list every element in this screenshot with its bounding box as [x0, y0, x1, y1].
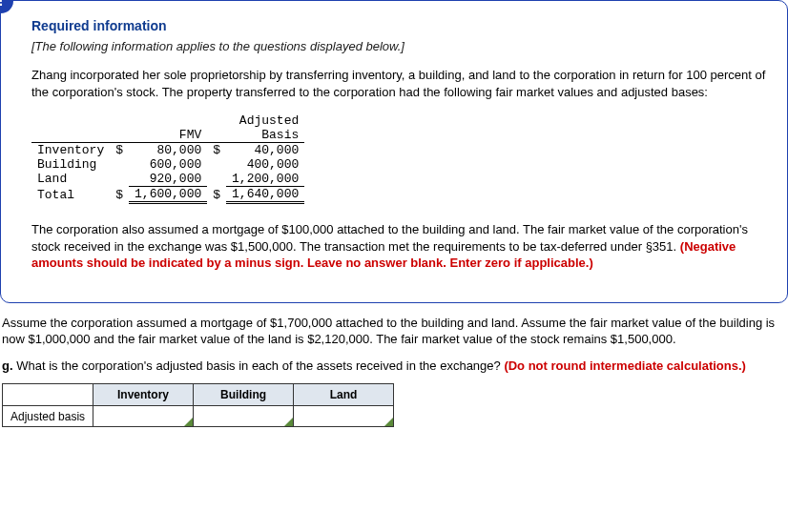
question-section: Assume the corporation assumed a mortgag…: [0, 315, 788, 428]
instruction-red: (Do not round intermediate calculations.…: [504, 358, 746, 373]
adjusted-header-top: Adjusted: [226, 113, 304, 128]
input-cell-land[interactable]: [294, 406, 394, 427]
question-g: g. What is the corporation's adjusted ba…: [2, 358, 786, 375]
context-note: [The following information applies to th…: [31, 39, 770, 53]
intro-paragraph: Zhang incorporated her sole proprietorsh…: [31, 67, 770, 100]
fmv-basis-table: Adjusted FMV Basis Inventory $ 80,000 $ …: [31, 113, 304, 204]
table-row: Inventory $ 80,000 $ 40,000: [31, 143, 304, 158]
row-label: Inventory: [31, 143, 110, 158]
table-row: Land 920,000 1,200,000: [31, 172, 304, 187]
table-total-row: Total $ 1,600,000 $ 1,640,000: [31, 187, 304, 203]
inventory-input[interactable]: [93, 406, 193, 426]
ab-value: 1,200,000: [226, 172, 304, 187]
land-input[interactable]: [294, 406, 393, 426]
fmv-header: FMV: [129, 128, 207, 143]
cell-handle-icon[interactable]: [384, 418, 393, 426]
fmv-value: 600,000: [129, 157, 207, 172]
total-ab: 1,640,000: [226, 187, 304, 203]
ab-value: 40,000: [226, 143, 304, 158]
mortgage-paragraph: The corporation also assumed a mortgage …: [31, 221, 770, 272]
info-card: ! Required information [The following in…: [0, 0, 788, 303]
input-cell-building[interactable]: [194, 406, 294, 427]
fmv-value: 920,000: [129, 172, 207, 187]
cell-handle-icon[interactable]: [184, 418, 193, 426]
input-cell-inventory[interactable]: [93, 406, 194, 427]
fmv-value: 80,000: [129, 143, 207, 158]
table-row: Building 600,000 400,000: [31, 157, 304, 172]
total-label: Total: [31, 187, 110, 203]
adjusted-basis-header: Basis: [226, 128, 304, 143]
alert-icon: !: [0, 0, 13, 13]
answer-table: Inventory Building Land Adjusted basis: [2, 383, 394, 427]
row-label-adjusted-basis: Adjusted basis: [3, 406, 93, 427]
col-header-inventory: Inventory: [93, 384, 194, 406]
building-input[interactable]: [194, 406, 293, 426]
col-header-building: Building: [194, 384, 294, 406]
required-information-heading: Required information: [31, 18, 770, 33]
cell-handle-icon[interactable]: [284, 418, 293, 426]
row-label: Building: [31, 157, 110, 172]
assumption-paragraph: Assume the corporation assumed a mortgag…: [2, 315, 786, 348]
row-label: Land: [31, 172, 110, 187]
ab-value: 400,000: [226, 157, 304, 172]
col-header-land: Land: [294, 384, 394, 406]
total-fmv: 1,600,000: [129, 187, 207, 203]
